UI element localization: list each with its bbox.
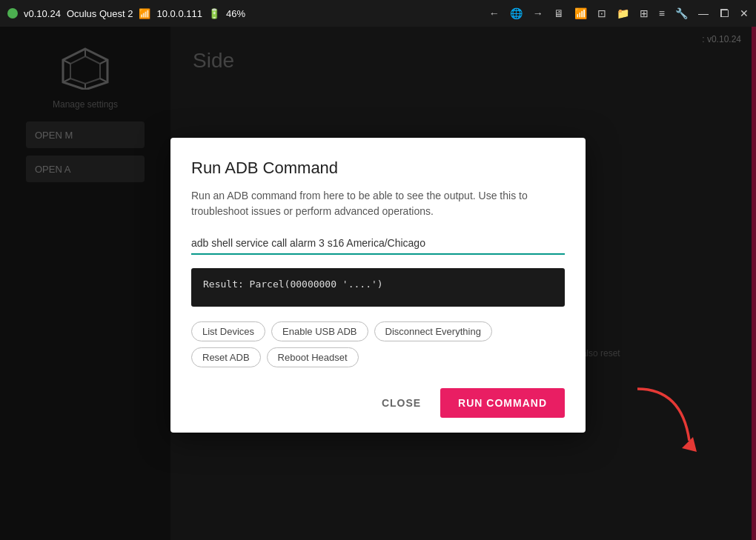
arrow-annotation xyxy=(623,381,712,459)
titlebar-battery: 46% xyxy=(226,8,245,19)
quick-command-chips: List Devices Enable USB ADB Disconnect E… xyxy=(191,321,565,367)
dialog-title: Run ADB Command xyxy=(191,158,565,177)
grid-icon[interactable]: ⊞ xyxy=(640,7,649,19)
forward-icon[interactable]: → xyxy=(533,7,543,19)
adb-result-output: Result: Parcel(00000000 '....') xyxy=(191,267,565,306)
battery-icon: 🔋 xyxy=(208,8,220,19)
run-adb-dialog: Run ADB Command Run an ADB command from … xyxy=(170,137,586,432)
box-icon[interactable]: ⊡ xyxy=(597,7,606,19)
chip-enable-usb-adb[interactable]: Enable USB ADB xyxy=(271,321,368,341)
chip-reboot-headset[interactable]: Reboot Headset xyxy=(267,347,359,367)
dialog-description: Run an ADB command from here to be able … xyxy=(191,187,565,219)
wrench-icon[interactable]: 🔧 xyxy=(675,7,688,19)
menu-icon[interactable]: ≡ xyxy=(659,7,665,19)
titlebar-version: v0.10.24 xyxy=(24,8,61,19)
titlebar-controls: ← 🌐 → 🖥 📶 ⊡ 📁 ⊞ ≡ 🔧 — ⧠ ✕ xyxy=(489,7,749,19)
adb-command-input[interactable] xyxy=(191,233,565,254)
status-dot xyxy=(7,8,18,19)
titlebar-ip: 10.0.0.111 xyxy=(156,8,202,19)
globe-icon[interactable]: 🌐 xyxy=(510,7,523,19)
dialog-actions: CLOSE RUN COMMAND xyxy=(191,387,565,417)
run-command-button[interactable]: RUN COMMAND xyxy=(440,387,565,417)
titlebar-device: Oculus Quest 2 xyxy=(67,8,133,19)
restore-icon[interactable]: ⧠ xyxy=(719,7,729,19)
chip-reset-adb[interactable]: Reset ADB xyxy=(191,347,261,367)
close-icon[interactable]: ✕ xyxy=(740,7,749,19)
close-button[interactable]: CLOSE xyxy=(371,390,431,414)
chip-disconnect-everything[interactable]: Disconnect Everything xyxy=(374,321,492,341)
minimize-icon[interactable]: — xyxy=(698,7,709,19)
titlebar: v0.10.24 Oculus Quest 2 📶 10.0.0.111 🔋 4… xyxy=(0,0,756,27)
folder-icon[interactable]: 📁 xyxy=(617,7,629,19)
wifi-control-icon[interactable]: 📶 xyxy=(574,7,587,19)
back-icon[interactable]: ← xyxy=(489,7,500,19)
monitor-icon[interactable]: 🖥 xyxy=(554,7,564,19)
wifi-icon: 📶 xyxy=(139,8,150,19)
chip-list-devices[interactable]: List Devices xyxy=(191,321,265,341)
